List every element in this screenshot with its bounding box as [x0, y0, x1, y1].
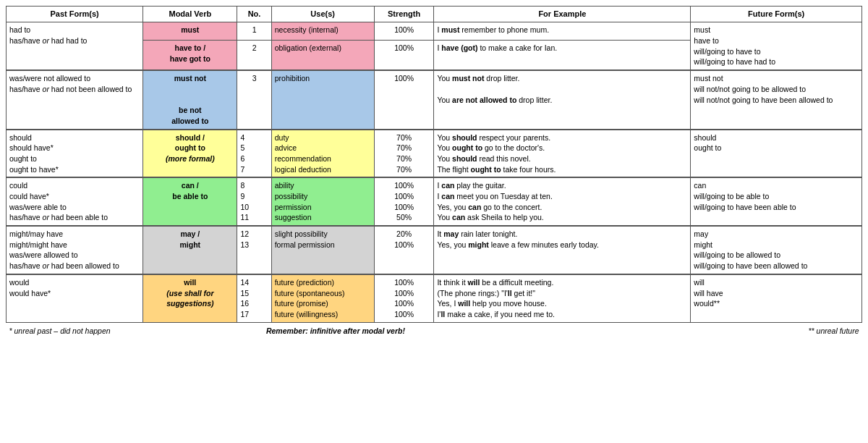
- past-form: was/were not allowed tohas/have or had n…: [7, 70, 143, 129]
- footer-row: * unreal past – did not happen Remember:…: [7, 322, 862, 338]
- use: necessity (internal): [271, 22, 374, 41]
- number: 14151617: [237, 274, 271, 322]
- header-future: Future Form(s): [691, 7, 862, 22]
- strength: 100%100%100%100%: [374, 274, 434, 322]
- table-row: shouldshould have*ought toought to have*…: [7, 130, 862, 178]
- header-modal: Modal Verb: [143, 7, 237, 22]
- table-row: might/may havemight/might havewas/were a…: [7, 226, 862, 274]
- past-form: wouldwould have*: [7, 274, 143, 322]
- example: I have (got) to make a cake for Ian.: [434, 40, 691, 70]
- table-row: couldcould have*was/were able tohas/have…: [7, 177, 862, 226]
- use: dutyadvicerecommendationlogical deductio…: [271, 130, 374, 178]
- example: It think it will be a difficult meeting.…: [434, 274, 691, 322]
- modal-verb: should /ought to(more formal): [143, 130, 237, 178]
- future-form: musthave towill/going to have towill/goi…: [691, 22, 862, 70]
- number: 1: [237, 22, 271, 41]
- number: 3: [237, 70, 271, 129]
- example: You should respect your parents. You oug…: [434, 130, 691, 178]
- table-row: wouldwould have* will(use shall for sugg…: [7, 274, 862, 322]
- past-form: had tohas/have or had had to: [7, 22, 143, 70]
- strength: 20%100%: [374, 226, 434, 274]
- strength: 100%: [374, 40, 434, 70]
- strength: 100%100%100%50%: [374, 177, 434, 226]
- header-past: Past Form(s): [7, 7, 143, 22]
- future-form: shouldought to: [691, 130, 862, 178]
- use: obligation (external): [271, 40, 374, 70]
- use: slight possibilityformal permission: [271, 226, 374, 274]
- future-form: maymightwill/going to be allowed towill/…: [691, 226, 862, 274]
- modal-verb: may /might: [143, 226, 237, 274]
- modal-verb: have to /have got to: [143, 40, 237, 70]
- use: abilitypossibilitypermissionsuggestion: [271, 177, 374, 226]
- future-form: canwill/going to be able towill/going to…: [691, 177, 862, 226]
- example: I can play the guitar. I can meet you on…: [434, 177, 691, 226]
- footer-left: * unreal past – did not happen: [7, 322, 237, 338]
- number: 2: [237, 40, 271, 70]
- use: prohibition: [271, 70, 374, 129]
- modal-verb: must: [143, 22, 237, 41]
- footer-center: Remember: infinitive after modal verb!: [237, 322, 434, 338]
- header-strength: Strength: [374, 7, 434, 22]
- past-form: couldcould have*was/were able tohas/have…: [7, 177, 143, 226]
- future-form: must notwill not/not going to be allowed…: [691, 70, 862, 129]
- header-row: Past Form(s) Modal Verb No. Use(s) Stren…: [7, 7, 862, 22]
- past-form: shouldshould have*ought toought to have*: [7, 130, 143, 178]
- table-row: was/were not allowed tohas/have or had n…: [7, 70, 862, 129]
- number: 4567: [237, 130, 271, 178]
- number: 1213: [237, 226, 271, 274]
- past-form: might/may havemight/might havewas/were a…: [7, 226, 143, 274]
- header-use: Use(s): [271, 7, 374, 22]
- example: I must remember to phone mum.: [434, 22, 691, 41]
- header-no: No.: [237, 7, 271, 22]
- example: It may rain later tonight. Yes, you migh…: [434, 226, 691, 274]
- example: You must not drop litter. You are not al…: [434, 70, 691, 129]
- modal-verbs-table: Past Form(s) Modal Verb No. Use(s) Stren…: [6, 6, 862, 338]
- number: 891011: [237, 177, 271, 226]
- modal-verb: will(use shall for suggestions): [143, 274, 237, 322]
- modal-verb: can /be able to: [143, 177, 237, 226]
- table-row: had tohas/have or had had to must 1 nece…: [7, 22, 862, 41]
- use: future (prediction)future (spontaneous)f…: [271, 274, 374, 322]
- future-form: willwill havewould**: [691, 274, 862, 322]
- modal-verb: must notbe notallowed to: [143, 70, 237, 129]
- strength: 70%70%70%70%: [374, 130, 434, 178]
- footer-right: ** unreal future: [434, 322, 862, 338]
- strength: 100%: [374, 70, 434, 129]
- strength: 100%: [374, 22, 434, 41]
- header-example: For Example: [434, 7, 691, 22]
